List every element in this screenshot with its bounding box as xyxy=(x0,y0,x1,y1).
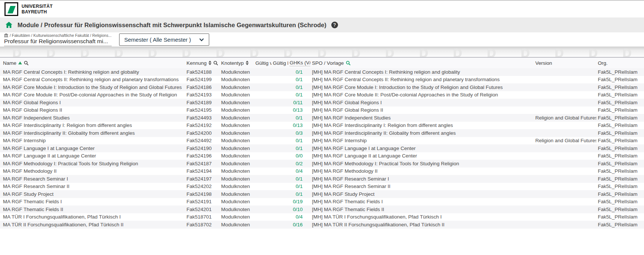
ghks-cell[interactable]: 0/2 xyxy=(288,160,310,168)
column-label-name[interactable]: Name xyxy=(3,60,16,66)
column-label-knotentyp[interactable]: Knotentyp xyxy=(221,60,244,66)
module-name-cell[interactable]: MA RGF Thematic Fields II xyxy=(0,205,185,213)
search-icon[interactable] xyxy=(24,61,29,66)
sort-both-icon[interactable] xyxy=(208,61,211,65)
ghks-cell[interactable]: 0/1 xyxy=(288,83,310,91)
column-header-gueltig-von: Gültig von xyxy=(254,57,271,68)
kennung-cell: Fak524191 xyxy=(185,198,220,206)
column-header-version: Version xyxy=(534,57,596,68)
org-cell: Fak5L_PRelIslam xyxy=(596,68,644,76)
sort-ascending-icon[interactable] xyxy=(18,61,22,64)
ghks-cell[interactable]: 0/1 xyxy=(288,144,310,152)
ghks-cell[interactable]: 0/13 xyxy=(288,122,310,130)
table-header-row: Name Kennung xyxy=(0,57,644,68)
page-title: Module / Professur für Religionswissensc… xyxy=(17,22,326,29)
module-name-cell[interactable]: MA RGF Methodology I: Practical Tools fo… xyxy=(0,160,185,168)
table-row: MA RGF Research Seminar II Fak524202 Mod… xyxy=(0,183,644,191)
module-name-cell[interactable]: MA RGF Independent Studies xyxy=(0,114,185,122)
module-name-cell[interactable]: MA RGF Study Project xyxy=(0,190,185,198)
module-name-cell[interactable]: MA RGF Research Seminar I xyxy=(0,175,185,183)
module-name-cell[interactable]: MA RGF Core Module II: Post/De-colonial … xyxy=(0,91,185,99)
knotentyp-cell: Modulknoten xyxy=(220,122,254,130)
ghks-cell[interactable]: 0/13 xyxy=(288,106,310,114)
version-cell xyxy=(534,91,596,99)
knotentyp-cell: Modulknoten xyxy=(220,160,254,168)
module-name-cell[interactable]: MA RGF Core Module I: Introduction to th… xyxy=(0,83,185,91)
module-name-cell[interactable]: MA RGF Language I at Language Center xyxy=(0,144,185,152)
ghks-cell[interactable]: 0/1 xyxy=(288,68,310,76)
module-name-cell[interactable]: MA RGF Central Concepts I: Rethinking re… xyxy=(0,68,185,76)
ghks-cell[interactable]: 0/3 xyxy=(288,129,310,137)
logo-bar: UNIVERSITÄT BAYREUTH xyxy=(0,1,644,17)
ghks-cell[interactable]: 0/1 xyxy=(288,91,310,99)
semester-select[interactable]: Semester ( Alle Semester ) xyxy=(119,34,209,46)
ghks-cell[interactable]: 0/19 xyxy=(288,198,310,206)
org-cell: Fak5L_PRelIslam xyxy=(596,160,644,168)
gueltig-von-cell xyxy=(254,198,271,206)
org-cell: Fak5L_PRelIslam xyxy=(596,83,644,91)
ghks-cell[interactable]: 0/1 xyxy=(288,175,310,183)
table-row: MA RGF Language II at Language Center Fa… xyxy=(0,152,644,160)
spo-vorlage-cell: [MH] MA RGF Central Concepts II: Rethink… xyxy=(310,76,534,84)
module-name-cell[interactable]: MA RGF Research Seminar II xyxy=(0,183,185,191)
gueltig-von-cell xyxy=(254,91,271,99)
tab-current-organisation[interactable]: Professur für Religionswissenschaft mi..… xyxy=(4,38,112,46)
ghks-cell[interactable]: 0/1 xyxy=(288,137,310,145)
module-name-cell[interactable]: MA RGF Interdisciplinarity II: Globality… xyxy=(0,129,185,137)
breadcrumb[interactable]: / Fakultäten / Kulturwissenschaftliche F… xyxy=(4,33,112,38)
table-row: MA RGF Independent Studies Fak524493 Mod… xyxy=(0,114,644,122)
ghks-cell[interactable]: 0/1 xyxy=(288,76,310,84)
kennung-cell: Fak524198 xyxy=(185,190,220,198)
ghks-cell[interactable]: 0/16 xyxy=(288,221,310,229)
version-cell: Religion and Global Futures xyxy=(534,137,596,145)
gueltig-bis-cell xyxy=(271,144,288,152)
module-name-cell[interactable]: MA RGF Language II at Language Center xyxy=(0,152,185,160)
column-label-kennung[interactable]: Kennung xyxy=(186,60,207,66)
ghks-cell[interactable]: 0/1 xyxy=(288,114,310,122)
kennung-cell: Fak518702 xyxy=(185,221,220,229)
ghks-cell[interactable]: 0/11 xyxy=(288,99,310,106)
spo-vorlage-cell: [MH] MA RGF Core Module II: Post/De-colo… xyxy=(310,91,534,99)
column-label-ghks[interactable]: GHKs (V/A) xyxy=(290,60,310,66)
gueltig-von-cell xyxy=(254,144,271,152)
university-logo[interactable]: UNIVERSITÄT BAYREUTH xyxy=(4,2,52,16)
module-name-cell[interactable]: MA TÜR I Forschungsqualifikationen, Pfad… xyxy=(0,213,185,221)
module-name-cell[interactable]: MA RGF Central Concepts II: Rethinking r… xyxy=(0,76,185,84)
version-cell xyxy=(534,175,596,183)
help-icon[interactable]: ? xyxy=(331,22,338,28)
ghks-cell[interactable]: 0/1 xyxy=(288,183,310,191)
spo-vorlage-cell: [MH] MA RGF Methodology II xyxy=(310,168,534,175)
kennung-cell: Fak524492 xyxy=(185,137,220,145)
module-name-cell[interactable]: MA RGF Interdisciplinarity I: Religion f… xyxy=(0,122,185,130)
kennung-cell: Fak524186 xyxy=(185,83,220,91)
home-icon[interactable] xyxy=(5,21,13,29)
university-logo-text: UNIVERSITÄT BAYREUTH xyxy=(22,4,52,14)
ghks-cell[interactable]: 0/4 xyxy=(288,168,310,175)
org-cell: Fak5L_PRelIslam xyxy=(596,99,644,106)
version-cell xyxy=(534,122,596,130)
module-name-cell[interactable]: MA RGF Global Regions II xyxy=(0,106,185,114)
watermark-letter: D xyxy=(284,48,293,57)
module-name-cell[interactable]: MA RGF Methodology II xyxy=(0,168,185,175)
module-name-cell[interactable]: MA RGF Internship xyxy=(0,137,185,145)
ghks-cell[interactable]: 0/4 xyxy=(288,213,310,221)
knotentyp-cell: Modulknoten xyxy=(220,205,254,213)
spo-vorlage-cell: [MH] MA RGF Independent Studies xyxy=(310,114,534,122)
gueltig-von-cell xyxy=(254,76,271,84)
org-cell: Fak5L_PRelIslam xyxy=(596,152,644,160)
column-header-knotentyp: Knotentyp xyxy=(220,57,254,68)
module-name-cell[interactable]: MA TÜR II Forschungsqualifikationen, Pfa… xyxy=(0,221,185,229)
ghks-cell[interactable]: 0/10 xyxy=(288,205,310,213)
spo-vorlage-cell: [MH] MA RGF Study Project xyxy=(310,190,534,198)
module-name-cell[interactable]: MA RGF Thematic Fields I xyxy=(0,198,185,206)
module-name-cell[interactable]: MA RGF Global Regions I xyxy=(0,99,185,106)
ghks-cell[interactable]: 0/0 xyxy=(288,152,310,160)
spo-vorlage-cell: [MH] MA RGF Interdisciplinarity II: Glob… xyxy=(310,129,534,137)
search-icon[interactable] xyxy=(213,61,218,66)
search-icon-green[interactable] xyxy=(346,61,351,66)
knotentyp-cell: Modulknoten xyxy=(220,175,254,183)
watermark-letter: D xyxy=(318,48,326,57)
sort-both-icon[interactable] xyxy=(246,61,249,65)
ghks-cell[interactable]: 0/1 xyxy=(288,190,310,198)
table-row: MA RGF Global Regions II Fak524195 Modul… xyxy=(0,106,644,114)
